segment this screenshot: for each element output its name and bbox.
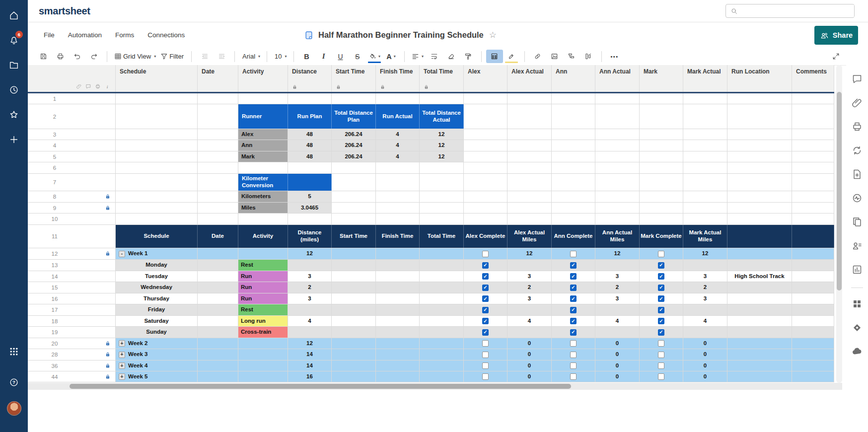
cell-comments-row10[interactable] — [792, 214, 834, 224]
row-gutter[interactable]: 14 — [28, 271, 116, 282]
row-gutter[interactable]: 10 — [28, 214, 116, 224]
cell-comments-row1[interactable] — [792, 93, 834, 104]
cell-alexActual-row12[interactable]: 12 — [507, 248, 552, 259]
row-gutter[interactable]: 8 — [28, 191, 116, 202]
cell-mark-row3[interactable] — [640, 129, 683, 140]
cell-comments-row5[interactable] — [792, 151, 834, 162]
cell-date-row4[interactable] — [198, 140, 238, 151]
cell-ann-row15[interactable] — [552, 282, 595, 293]
cell-activity-row10[interactable] — [238, 214, 288, 224]
cell-alex-row5[interactable] — [464, 151, 507, 162]
checkbox-checked[interactable] — [482, 318, 489, 324]
checkbox-unchecked[interactable] — [658, 340, 664, 347]
checkbox-checked[interactable] — [658, 295, 664, 302]
cell-start-row6[interactable] — [332, 162, 376, 173]
sidebar-notifications-button[interactable]: 6 — [4, 30, 24, 50]
cell-markActual-row5[interactable] — [683, 151, 727, 162]
cell-activity-row16[interactable]: Run — [238, 293, 288, 304]
cell-mark-row20[interactable] — [640, 338, 683, 349]
cell-start-row13[interactable] — [332, 260, 376, 271]
cell-comments-row19[interactable] — [792, 327, 834, 338]
checkbox-checked[interactable] — [658, 273, 664, 280]
cell-annActual-row20[interactable]: 0 — [595, 338, 640, 349]
checkbox-unchecked[interactable] — [570, 352, 577, 358]
cell-distance-row4[interactable]: 48 — [288, 140, 332, 151]
cell-runLocation-row6[interactable] — [727, 162, 792, 173]
cell-schedule-row15[interactable]: Wednesday — [116, 282, 198, 293]
cell-ann-row17[interactable] — [552, 304, 595, 315]
cell-schedule-row36[interactable]: +Week 4 — [116, 360, 198, 371]
cell-alexActual-row15[interactable]: 2 — [507, 282, 552, 293]
cell-date-row5[interactable] — [198, 151, 238, 162]
cell-finish-row18[interactable] — [376, 316, 420, 326]
more-options-button[interactable]: ••• — [606, 50, 623, 63]
cell-runLocation-row15[interactable] — [727, 282, 792, 293]
cell-total-row2[interactable]: Total Distance Actual — [420, 104, 464, 129]
checkbox-checked[interactable] — [570, 318, 577, 324]
cell-total-row8[interactable] — [420, 191, 464, 202]
cell-alexActual-row6[interactable] — [507, 162, 552, 173]
rail-premium-apps-button[interactable] — [851, 322, 863, 334]
cell-start-row28[interactable] — [332, 349, 376, 360]
checkbox-unchecked[interactable] — [482, 362, 489, 369]
column-header-mark[interactable]: Mark — [640, 65, 683, 92]
cell-activity-row3[interactable]: Alex — [238, 129, 288, 140]
checkbox-checked[interactable] — [570, 307, 577, 313]
cell-finish-row36[interactable] — [376, 360, 420, 371]
row-gutter[interactable]: 4 — [28, 140, 116, 151]
expand-toggle[interactable]: + — [119, 340, 125, 347]
sidebar-home-button[interactable] — [4, 5, 24, 25]
cell-date-row3[interactable] — [198, 129, 238, 140]
cell-finish-row28[interactable] — [376, 349, 420, 360]
cell-total-row13[interactable] — [420, 260, 464, 271]
checkbox-checked[interactable] — [658, 318, 664, 324]
cell-alex-row19[interactable] — [464, 327, 507, 338]
checkbox-unchecked[interactable] — [658, 362, 664, 369]
cell-activity-row2[interactable]: Runner — [238, 104, 288, 129]
cell-annActual-row2[interactable] — [595, 104, 640, 129]
cell-alexActual-row9[interactable] — [507, 203, 552, 213]
cell-activity-row8[interactable]: Kilometers — [238, 191, 288, 202]
cell-alex-row28[interactable] — [464, 349, 507, 360]
cell-markActual-row6[interactable] — [683, 162, 727, 173]
cell-ann-row4[interactable] — [552, 140, 595, 151]
cell-ann-row8[interactable] — [552, 191, 595, 202]
row-gutter[interactable]: 2 — [28, 104, 116, 129]
cell-alexActual-row13[interactable] — [507, 260, 552, 271]
menu-file[interactable]: File — [44, 31, 55, 39]
cell-comments-row12[interactable] — [792, 248, 834, 259]
cell-comments-row18[interactable] — [792, 316, 834, 326]
cell-alex-row20[interactable] — [464, 338, 507, 349]
cell-start-row2[interactable]: Total Distance Plan — [332, 104, 376, 129]
vertical-scrollbar[interactable] — [836, 65, 842, 383]
rail-summary-button[interactable] — [851, 264, 863, 276]
manage-columns-button[interactable] — [580, 50, 597, 63]
row-gutter[interactable]: 9 — [28, 203, 116, 213]
cell-start-row10[interactable] — [332, 214, 376, 224]
horizontal-scrollbar[interactable] — [28, 383, 842, 390]
checkbox-unchecked[interactable] — [570, 340, 577, 347]
cell-alex-row44[interactable] — [464, 371, 507, 382]
cell-date-row18[interactable] — [198, 316, 238, 326]
cell-total-row7[interactable] — [420, 174, 464, 191]
cell-alexActual-row44[interactable]: 0 — [507, 371, 552, 382]
cell-ann-row7[interactable] — [552, 174, 595, 191]
cell-alexActual-row17[interactable] — [507, 304, 552, 315]
row-gutter[interactable]: 6 — [28, 162, 116, 173]
cell-schedule-row14[interactable]: Tuesday — [116, 271, 198, 282]
cell-start-row19[interactable] — [332, 327, 376, 338]
checkbox-unchecked[interactable] — [658, 251, 664, 257]
cell-markActual-row13[interactable] — [683, 260, 727, 271]
cell-date-row11[interactable]: Date — [198, 225, 238, 248]
cell-date-row16[interactable] — [198, 293, 238, 304]
checkbox-checked[interactable] — [658, 262, 664, 269]
favorite-star-icon[interactable]: ☆ — [489, 30, 497, 40]
view-selector-button[interactable]: Grid View▾ — [112, 50, 158, 63]
row-gutter[interactable]: 13 — [28, 260, 116, 271]
cell-activity-row12[interactable] — [238, 248, 288, 259]
cell-alex-row2[interactable] — [464, 104, 507, 129]
search-input[interactable] — [741, 5, 854, 17]
cell-runLocation-row9[interactable] — [727, 203, 792, 213]
cell-mark-row18[interactable] — [640, 316, 683, 326]
cell-runLocation-row4[interactable] — [727, 140, 792, 151]
